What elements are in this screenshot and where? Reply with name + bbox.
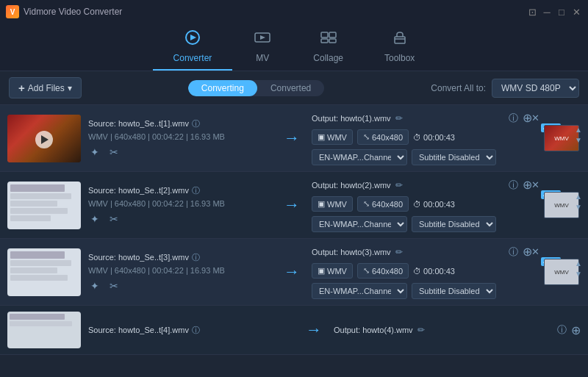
arrow-3: → bbox=[279, 262, 304, 281]
output-area-2: Output: howto(2).wmv ✏ ⓘ ⊕ ▣ WMV ⤡ 640x4… bbox=[312, 178, 532, 232]
audio-select-3[interactable]: EN-WMAP...Channel bbox=[312, 283, 407, 299]
toolbox-label: Toolbox bbox=[384, 53, 415, 63]
output-line-3: Output: howto(3).wmv ✏ ⓘ ⊕ bbox=[312, 245, 532, 259]
dur-text-3: 00:00:43 bbox=[423, 267, 455, 276]
play-button-1[interactable] bbox=[35, 131, 53, 148]
info-icon-2[interactable]: ⓘ bbox=[192, 185, 200, 196]
format-text-2: WMV bbox=[327, 200, 347, 209]
thumb-down-3[interactable]: ▼ bbox=[575, 269, 582, 279]
svg-rect-5 bbox=[329, 32, 336, 37]
duration-3: ⏱ 00:00:43 bbox=[413, 267, 455, 276]
thumb-preview-3: 480P WMV ▲ ▼ bbox=[542, 259, 581, 285]
format-select[interactable]: WMV SD 480P bbox=[492, 79, 579, 98]
source-text-4: Source: howto_Se..t[4].wmv bbox=[88, 326, 189, 334]
message-button[interactable]: ⊡ bbox=[526, 6, 538, 18]
output-info-4[interactable]: ⓘ bbox=[557, 323, 567, 337]
output-info-1[interactable]: ⓘ bbox=[509, 112, 518, 125]
table-row: Source: howto_Se..t[1].wmv ⓘ WMV | 640x4… bbox=[0, 105, 588, 172]
table-row: Source: howto_Se..t[2].wmv ⓘ WMV | 640x4… bbox=[0, 172, 588, 239]
close-row-3[interactable]: ✕ bbox=[531, 246, 539, 257]
edit-icon-4[interactable]: ✏ bbox=[417, 325, 425, 335]
output-selects-3: EN-WMAP...Channel Subtitle Disabled bbox=[312, 283, 532, 299]
add-files-button[interactable]: + Add Files ▾ bbox=[9, 77, 82, 98]
minimize-button[interactable]: ─ bbox=[541, 6, 553, 18]
output-selects-2: EN-WMAP...Channel Subtitle Disabled bbox=[312, 216, 532, 232]
convert-all-label: Convert All to: bbox=[431, 83, 486, 93]
tab-group: Converting Converted bbox=[188, 80, 324, 96]
info-icon-4[interactable]: ⓘ bbox=[192, 325, 200, 336]
cut-button-2[interactable]: ✂ bbox=[107, 212, 121, 226]
film-icon-2: ▣ bbox=[318, 199, 325, 209]
duration-1: ⏱ 00:00:43 bbox=[413, 133, 455, 142]
tab-converted[interactable]: Converted bbox=[257, 80, 324, 96]
enhance-button-2[interactable]: ✦ bbox=[88, 212, 101, 226]
title-bar: V Vidmore Video Converter ⊡ ─ □ ✕ bbox=[0, 0, 588, 24]
thumb-prev-img-2: WMV bbox=[544, 192, 579, 218]
cut-button-1[interactable]: ✂ bbox=[107, 146, 121, 159]
thumbnail-3 bbox=[7, 248, 81, 296]
duration-2: ⏱ 00:00:43 bbox=[413, 200, 455, 209]
info-icon-1[interactable]: ⓘ bbox=[192, 118, 200, 129]
nav-toolbox[interactable]: Toolbox bbox=[364, 24, 435, 71]
output-area-3: Output: howto(3).wmv ✏ ⓘ ⊕ ▣ WMV ⤡ 640x4… bbox=[312, 245, 532, 299]
svg-marker-3 bbox=[260, 35, 265, 40]
thumb-up-3[interactable]: ▲ bbox=[575, 259, 582, 269]
output-info-3[interactable]: ⓘ bbox=[509, 245, 518, 259]
nav-collage[interactable]: Collage bbox=[293, 24, 364, 71]
toolbar-left: + Add Files ▾ bbox=[9, 77, 82, 98]
thumb-up-1[interactable]: ▲ bbox=[575, 125, 582, 135]
format-badge-1: ▣ WMV bbox=[312, 129, 353, 145]
subtitle-select-3[interactable]: Subtitle Disabled bbox=[412, 283, 496, 299]
collage-icon bbox=[319, 29, 338, 50]
dur-text-2: 00:00:43 bbox=[423, 200, 455, 209]
close-button[interactable]: ✕ bbox=[570, 6, 582, 18]
output-text-3: Output: howto(3).wmv bbox=[312, 248, 391, 256]
svg-rect-7 bbox=[329, 39, 336, 43]
thumb-down-2[interactable]: ▼ bbox=[575, 202, 582, 212]
mv-label: MV bbox=[256, 53, 269, 63]
subtitle-select-1[interactable]: Subtitle Disabled bbox=[412, 149, 496, 165]
tab-converting[interactable]: Converting bbox=[188, 80, 257, 96]
edit-icon-1[interactable]: ✏ bbox=[395, 113, 403, 123]
add-dropdown-icon: ▾ bbox=[68, 83, 72, 93]
thumb-up-2[interactable]: ▲ bbox=[575, 192, 582, 202]
arrow-4: → bbox=[301, 320, 326, 340]
output-controls-1: ▣ WMV ⤡ 640x480 ⏱ 00:00:43 bbox=[312, 129, 532, 145]
close-row-1[interactable]: ✕ bbox=[531, 112, 539, 123]
actions-line-1: ✦ ✂ bbox=[88, 146, 272, 159]
output-info-2[interactable]: ⓘ bbox=[509, 179, 518, 192]
window-controls: ⊡ ─ □ ✕ bbox=[526, 6, 582, 18]
edit-icon-3[interactable]: ✏ bbox=[395, 247, 403, 257]
output-add-4[interactable]: ⊕ bbox=[571, 323, 581, 337]
res-text-1: 640x480 bbox=[372, 133, 403, 142]
subtitle-select-2[interactable]: Subtitle Disabled bbox=[412, 216, 496, 232]
maximize-button[interactable]: □ bbox=[556, 6, 567, 18]
output-line-2: Output: howto(2).wmv ✏ ⓘ ⊕ bbox=[312, 178, 532, 192]
close-row-2[interactable]: ✕ bbox=[531, 179, 539, 190]
thumb-arrows-2: ▲ ▼ bbox=[575, 192, 582, 212]
output-text-4: Output: howto(4).wmv bbox=[334, 326, 413, 334]
res-text-2: 640x480 bbox=[372, 200, 403, 209]
enhance-button-3[interactable]: ✦ bbox=[88, 279, 101, 292]
thumb-down-1[interactable]: ▼ bbox=[575, 135, 582, 146]
edit-icon-2[interactable]: ✏ bbox=[395, 180, 403, 190]
source-text-1: Source: howto_Se..t[1].wmv bbox=[88, 119, 189, 128]
collage-label: Collage bbox=[313, 53, 343, 63]
actions-line-2: ✦ ✂ bbox=[88, 212, 272, 226]
nav-converter[interactable]: Converter bbox=[153, 24, 233, 71]
enhance-button-1[interactable]: ✦ bbox=[88, 146, 101, 159]
thumb-prev-img-3: WMV bbox=[544, 259, 579, 285]
audio-select-1[interactable]: EN-WMAP...Channel bbox=[312, 149, 407, 165]
arrow-1: → bbox=[279, 129, 304, 148]
nav-mv[interactable]: MV bbox=[232, 24, 293, 71]
meta-line-2: WMV | 640x480 | 00:04:22 | 16.93 MB bbox=[88, 199, 272, 208]
thumb-inner-1 bbox=[7, 115, 81, 162]
info-icon-3[interactable]: ⓘ bbox=[192, 252, 200, 263]
source-text-3: Source: howto_Se..t[3].wmv bbox=[88, 253, 189, 262]
res-icon-2: ⤡ bbox=[363, 199, 370, 209]
file-info-4: Source: howto_Se..t[4].wmv ⓘ bbox=[88, 325, 294, 336]
svg-rect-6 bbox=[321, 39, 328, 43]
res-badge-2: ⤡ 640x480 bbox=[357, 196, 409, 212]
cut-button-3[interactable]: ✂ bbox=[107, 279, 121, 292]
audio-select-2[interactable]: EN-WMAP...Channel bbox=[312, 216, 407, 232]
